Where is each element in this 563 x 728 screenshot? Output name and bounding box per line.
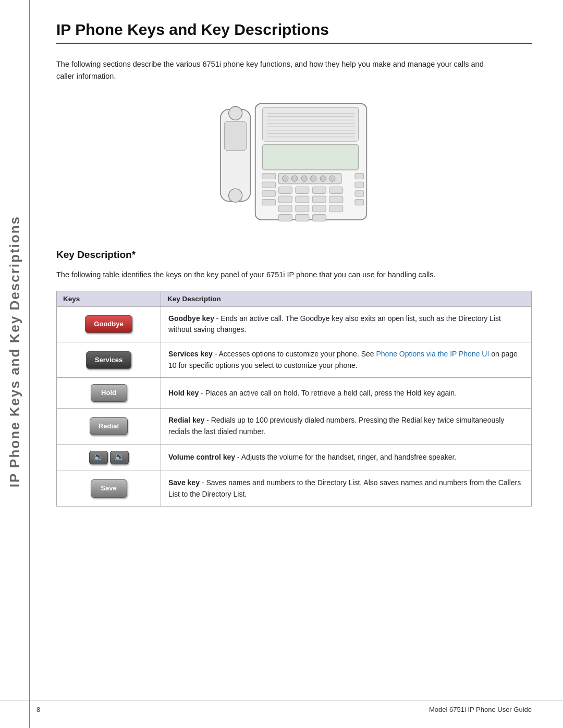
key-cell-redial: Redial (57, 409, 161, 444)
footer-model-text: Model 6751i IP Phone User Guide (429, 706, 532, 713)
svg-point-17 (291, 176, 297, 181)
svg-rect-38 (355, 182, 364, 188)
svg-rect-23 (296, 187, 309, 194)
page: IP Phone Keys and Key Descriptions IP Ph… (0, 0, 563, 728)
svg-rect-24 (312, 187, 326, 194)
svg-rect-39 (355, 191, 364, 196)
sidebar-line (29, 0, 30, 728)
svg-rect-5 (263, 108, 359, 142)
intro-paragraph: The following sections describe the vari… (56, 58, 494, 82)
svg-rect-1 (224, 121, 247, 151)
svg-rect-27 (296, 196, 309, 203)
page-footer: 8 Model 6751i IP Phone User Guide (0, 700, 563, 713)
col-desc-header: Key Description (161, 291, 532, 306)
services-link[interactable]: Phone Options via the IP Phone UI (376, 350, 489, 358)
hold-key-button: Hold (91, 384, 127, 402)
phone-illustration (211, 95, 377, 230)
table-row: Goodbye Goodbye key - Ends an active cal… (57, 306, 532, 342)
svg-rect-26 (278, 196, 292, 203)
svg-point-19 (311, 176, 316, 181)
sidebar: IP Phone Keys and Key Descriptions (0, 0, 30, 728)
services-desc-rest1: - Accesses options to customize your pho… (215, 350, 376, 358)
volume-up-button: 🔉 (110, 451, 129, 464)
save-desc-bold: Save key (168, 478, 200, 487)
redial-desc-rest: - Redials up to 100 previously dialed nu… (168, 416, 504, 436)
desc-cell-hold: Hold key - Places an active call on hold… (161, 378, 532, 409)
volume-keys-group: 🔈 🔉 (64, 451, 153, 464)
save-key-button: Save (91, 479, 127, 497)
desc-cell-services: Services key - Accesses options to custo… (161, 342, 532, 377)
section-heading: Key Description* (56, 249, 532, 261)
svg-point-16 (283, 176, 288, 181)
table-row: Services Services key - Accesses options… (57, 342, 532, 377)
hold-desc-rest: - Places an active call on hold. To retr… (201, 389, 457, 397)
svg-rect-43 (262, 191, 276, 196)
volume-desc-bold: Volume control key (168, 453, 235, 461)
desc-cell-volume: Volume control key - Adjusts the volume … (161, 444, 532, 471)
svg-rect-44 (262, 200, 276, 205)
svg-rect-35 (296, 215, 309, 221)
svg-rect-29 (329, 196, 343, 203)
redial-desc-bold: Redial key (168, 416, 204, 424)
svg-point-21 (329, 176, 335, 181)
table-row: 🔈 🔉 Volume control key - Adjusts the vol… (57, 444, 532, 471)
footer-page-number: 8 (36, 706, 40, 713)
desc-cell-goodbye: Goodbye key - Ends an active call. The G… (161, 306, 532, 342)
key-cell-save: Save (57, 471, 161, 506)
svg-rect-40 (355, 200, 364, 205)
col-keys-header: Keys (57, 291, 161, 306)
svg-rect-33 (329, 205, 343, 212)
services-desc-bold: Services key (168, 350, 213, 358)
svg-rect-36 (312, 215, 326, 221)
svg-rect-34 (278, 215, 292, 221)
desc-cell-redial: Redial key - Redials up to 100 previousl… (161, 409, 532, 444)
key-cell-hold: Hold (57, 378, 161, 409)
table-row: Redial Redial key - Redials up to 100 pr… (57, 409, 532, 444)
save-desc-rest: - Saves names and numbers to the Directo… (168, 478, 521, 498)
goodbye-desc-bold: Goodbye key (168, 314, 214, 323)
table-row: Save Save key - Saves names and numbers … (57, 471, 532, 506)
svg-rect-32 (312, 205, 326, 212)
svg-rect-41 (262, 174, 276, 179)
services-key-button: Services (86, 351, 132, 369)
svg-rect-22 (278, 187, 292, 194)
main-content: IP Phone Keys and Key Descriptions The f… (30, 0, 563, 728)
phone-body-group (255, 104, 367, 221)
svg-rect-42 (262, 182, 276, 188)
svg-rect-31 (296, 205, 309, 212)
keys-table: Keys Key Description Goodbye Goodbye key… (56, 291, 532, 507)
key-cell-goodbye: Goodbye (57, 306, 161, 342)
svg-point-3 (229, 189, 242, 203)
svg-rect-37 (355, 174, 364, 179)
svg-rect-28 (312, 196, 326, 203)
svg-rect-25 (329, 187, 343, 194)
svg-point-20 (320, 176, 326, 181)
goodbye-key-button: Goodbye (85, 315, 132, 333)
svg-point-18 (301, 176, 307, 181)
page-title: IP Phone Keys and Key Descriptions (56, 21, 532, 44)
phone-image-container (56, 95, 532, 230)
svg-rect-30 (278, 205, 292, 212)
sidebar-text: IP Phone Keys and Key Descriptions (7, 216, 23, 487)
redial-key-button: Redial (90, 417, 128, 435)
key-cell-services: Services (57, 342, 161, 377)
sidebar-label: IP Phone Keys and Key Descriptions (0, 0, 29, 704)
svg-point-2 (229, 107, 242, 120)
goodbye-desc-rest: - Ends an active call. The Goodbye key a… (168, 314, 501, 334)
volume-down-button: 🔈 (89, 451, 108, 464)
key-cell-volume: 🔈 🔉 (57, 444, 161, 471)
handset-group (221, 107, 251, 203)
table-row: Hold Hold key - Places an active call on… (57, 378, 532, 409)
desc-cell-save: Save key - Saves names and numbers to th… (161, 471, 532, 506)
volume-desc-rest: - Adjusts the volume for the handset, ri… (237, 453, 456, 461)
hold-desc-bold: Hold key (168, 389, 199, 397)
table-intro: The following table identifies the keys … (56, 269, 494, 281)
svg-rect-14 (263, 145, 359, 170)
